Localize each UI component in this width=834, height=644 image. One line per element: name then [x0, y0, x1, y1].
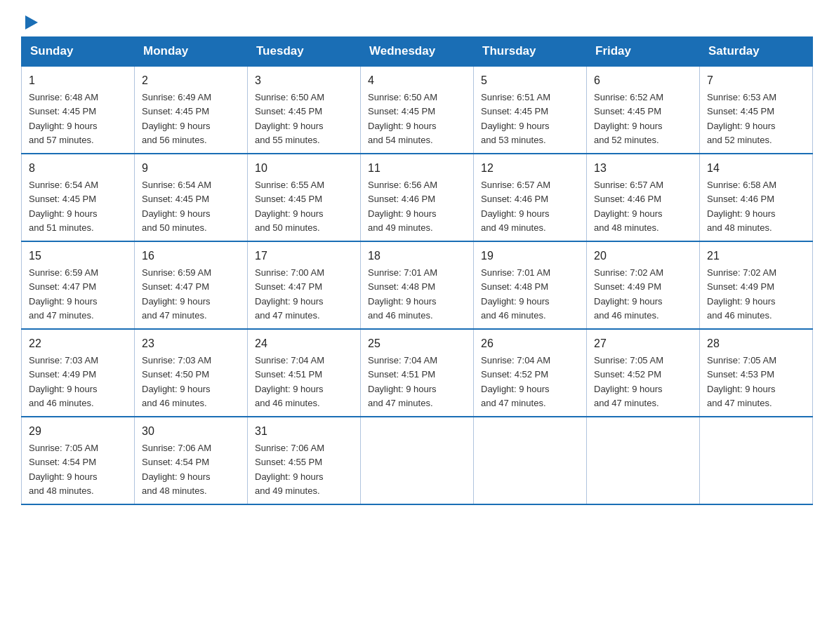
calendar-cell: 23 Sunrise: 7:03 AMSunset: 4:50 PMDaylig… [135, 329, 248, 417]
day-info: Sunrise: 7:03 AMSunset: 4:50 PMDaylight:… [142, 355, 211, 408]
day-number: 20 [594, 248, 692, 264]
calendar-cell: 29 Sunrise: 7:05 AMSunset: 4:54 PMDaylig… [22, 417, 135, 504]
calendar-cell: 27 Sunrise: 7:05 AMSunset: 4:52 PMDaylig… [587, 329, 700, 417]
day-info: Sunrise: 7:01 AMSunset: 4:48 PMDaylight:… [368, 267, 437, 321]
days-of-week-row: SundayMondayTuesdayWednesdayThursdayFrid… [22, 37, 813, 67]
day-info: Sunrise: 6:59 AMSunset: 4:47 PMDaylight:… [29, 267, 98, 321]
calendar-cell: 13 Sunrise: 6:57 AMSunset: 4:46 PMDaylig… [587, 154, 700, 241]
calendar-header: SundayMondayTuesdayWednesdayThursdayFrid… [22, 37, 813, 67]
day-number: 28 [707, 335, 805, 352]
calendar-cell: 3 Sunrise: 6:50 AMSunset: 4:45 PMDayligh… [248, 66, 361, 154]
calendar-cell: 15 Sunrise: 6:59 AMSunset: 4:47 PMDaylig… [22, 241, 135, 329]
day-info: Sunrise: 7:01 AMSunset: 4:48 PMDaylight:… [481, 267, 550, 321]
day-info: Sunrise: 6:57 AMSunset: 4:46 PMDaylight:… [481, 180, 550, 233]
day-info: Sunrise: 7:04 AMSunset: 4:51 PMDaylight:… [368, 355, 437, 408]
day-number: 10 [255, 160, 353, 177]
calendar-cell: 30 Sunrise: 7:06 AMSunset: 4:54 PMDaylig… [135, 417, 248, 504]
day-number: 26 [481, 335, 579, 352]
calendar-cell: 25 Sunrise: 7:04 AMSunset: 4:51 PMDaylig… [361, 329, 474, 417]
day-number: 1 [29, 72, 127, 89]
calendar-cell: 12 Sunrise: 6:57 AMSunset: 4:46 PMDaylig… [474, 154, 587, 241]
day-number: 21 [707, 248, 805, 264]
day-info: Sunrise: 6:54 AMSunset: 4:45 PMDaylight:… [29, 180, 98, 233]
calendar-cell: 21 Sunrise: 7:02 AMSunset: 4:49 PMDaylig… [700, 241, 813, 329]
day-info: Sunrise: 6:56 AMSunset: 4:46 PMDaylight:… [368, 180, 437, 233]
day-info: Sunrise: 7:00 AMSunset: 4:47 PMDaylight:… [255, 267, 324, 321]
calendar-cell: 1 Sunrise: 6:48 AMSunset: 4:45 PMDayligh… [22, 66, 135, 154]
day-of-week-tuesday: Tuesday [248, 37, 361, 67]
day-info: Sunrise: 6:50 AMSunset: 4:45 PMDaylight:… [255, 92, 324, 145]
day-number: 14 [707, 160, 805, 177]
day-info: Sunrise: 6:54 AMSunset: 4:45 PMDaylight:… [142, 180, 211, 233]
day-info: Sunrise: 6:57 AMSunset: 4:46 PMDaylight:… [594, 180, 663, 233]
day-info: Sunrise: 6:52 AMSunset: 4:45 PMDaylight:… [594, 92, 663, 145]
calendar-cell: 19 Sunrise: 7:01 AMSunset: 4:48 PMDaylig… [474, 241, 587, 329]
day-info: Sunrise: 6:58 AMSunset: 4:46 PMDaylight:… [707, 180, 776, 233]
day-of-week-sunday: Sunday [22, 37, 135, 67]
day-number: 24 [255, 335, 353, 352]
day-number: 16 [142, 248, 240, 264]
day-number: 23 [142, 335, 240, 352]
calendar-week-2: 8 Sunrise: 6:54 AMSunset: 4:45 PMDayligh… [22, 154, 813, 241]
day-number: 2 [142, 72, 240, 89]
day-info: Sunrise: 6:49 AMSunset: 4:45 PMDaylight:… [142, 92, 211, 145]
day-info: Sunrise: 6:55 AMSunset: 4:45 PMDaylight:… [255, 180, 324, 233]
calendar-week-5: 29 Sunrise: 7:05 AMSunset: 4:54 PMDaylig… [22, 417, 813, 504]
day-number: 18 [368, 248, 466, 264]
calendar-table: SundayMondayTuesdayWednesdayThursdayFrid… [21, 36, 813, 505]
calendar-cell: 10 Sunrise: 6:55 AMSunset: 4:45 PMDaylig… [248, 154, 361, 241]
calendar-cell: 2 Sunrise: 6:49 AMSunset: 4:45 PMDayligh… [135, 66, 248, 154]
calendar-cell: 31 Sunrise: 7:06 AMSunset: 4:55 PMDaylig… [248, 417, 361, 504]
day-number: 29 [29, 423, 127, 440]
day-info: Sunrise: 6:51 AMSunset: 4:45 PMDaylight:… [481, 92, 550, 145]
day-number: 25 [368, 335, 466, 352]
calendar-cell [700, 417, 813, 504]
day-info: Sunrise: 7:04 AMSunset: 4:51 PMDaylight:… [255, 355, 324, 408]
day-of-week-thursday: Thursday [474, 37, 587, 67]
day-info: Sunrise: 7:05 AMSunset: 4:53 PMDaylight:… [707, 355, 776, 408]
page-header [21, 14, 813, 29]
day-info: Sunrise: 7:02 AMSunset: 4:49 PMDaylight:… [594, 267, 663, 321]
calendar-cell: 9 Sunrise: 6:54 AMSunset: 4:45 PMDayligh… [135, 154, 248, 241]
day-number: 31 [255, 423, 353, 440]
calendar-body: 1 Sunrise: 6:48 AMSunset: 4:45 PMDayligh… [22, 66, 813, 504]
day-number: 19 [481, 248, 579, 264]
day-info: Sunrise: 7:06 AMSunset: 4:55 PMDaylight:… [255, 443, 324, 496]
day-number: 30 [142, 423, 240, 440]
calendar-cell: 5 Sunrise: 6:51 AMSunset: 4:45 PMDayligh… [474, 66, 587, 154]
calendar-cell: 22 Sunrise: 7:03 AMSunset: 4:49 PMDaylig… [22, 329, 135, 417]
calendar-cell: 18 Sunrise: 7:01 AMSunset: 4:48 PMDaylig… [361, 241, 474, 329]
day-info: Sunrise: 7:04 AMSunset: 4:52 PMDaylight:… [481, 355, 550, 408]
day-of-week-wednesday: Wednesday [361, 37, 474, 67]
day-info: Sunrise: 7:06 AMSunset: 4:54 PMDaylight:… [142, 443, 211, 496]
calendar-week-1: 1 Sunrise: 6:48 AMSunset: 4:45 PMDayligh… [22, 66, 813, 154]
calendar-week-4: 22 Sunrise: 7:03 AMSunset: 4:49 PMDaylig… [22, 329, 813, 417]
day-number: 7 [707, 72, 805, 89]
day-number: 6 [594, 72, 692, 89]
day-number: 9 [142, 160, 240, 177]
logo [21, 14, 38, 29]
calendar-cell: 28 Sunrise: 7:05 AMSunset: 4:53 PMDaylig… [700, 329, 813, 417]
calendar-week-3: 15 Sunrise: 6:59 AMSunset: 4:47 PMDaylig… [22, 241, 813, 329]
day-number: 8 [29, 160, 127, 177]
day-of-week-friday: Friday [587, 37, 700, 67]
calendar-cell: 6 Sunrise: 6:52 AMSunset: 4:45 PMDayligh… [587, 66, 700, 154]
day-number: 15 [29, 248, 127, 264]
day-number: 5 [481, 72, 579, 89]
day-number: 17 [255, 248, 353, 264]
day-number: 11 [368, 160, 466, 177]
calendar-cell: 7 Sunrise: 6:53 AMSunset: 4:45 PMDayligh… [700, 66, 813, 154]
calendar-cell: 16 Sunrise: 6:59 AMSunset: 4:47 PMDaylig… [135, 241, 248, 329]
day-number: 27 [594, 335, 692, 352]
day-info: Sunrise: 6:53 AMSunset: 4:45 PMDaylight:… [707, 92, 776, 145]
day-info: Sunrise: 7:02 AMSunset: 4:49 PMDaylight:… [707, 267, 776, 321]
day-number: 4 [368, 72, 466, 89]
day-info: Sunrise: 7:03 AMSunset: 4:49 PMDaylight:… [29, 355, 98, 408]
calendar-cell: 20 Sunrise: 7:02 AMSunset: 4:49 PMDaylig… [587, 241, 700, 329]
day-info: Sunrise: 7:05 AMSunset: 4:54 PMDaylight:… [29, 443, 98, 496]
calendar-cell: 14 Sunrise: 6:58 AMSunset: 4:46 PMDaylig… [700, 154, 813, 241]
day-number: 13 [594, 160, 692, 177]
calendar-cell: 17 Sunrise: 7:00 AMSunset: 4:47 PMDaylig… [248, 241, 361, 329]
calendar-cell: 8 Sunrise: 6:54 AMSunset: 4:45 PMDayligh… [22, 154, 135, 241]
day-number: 12 [481, 160, 579, 177]
